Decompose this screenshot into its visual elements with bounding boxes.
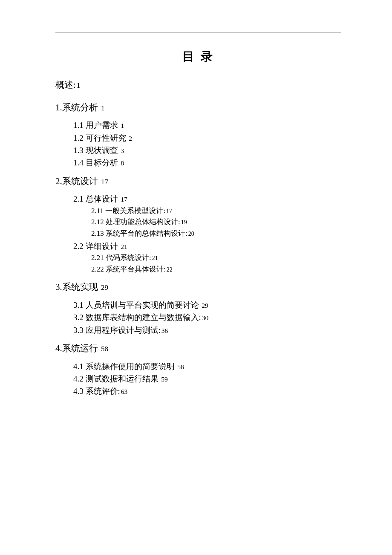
- toc-entry-label: 处理功能总体结构设计:: [106, 218, 180, 226]
- horizontal-rule: [55, 32, 341, 32]
- toc-title: 目 录: [55, 49, 341, 65]
- toc-entry-level2: 1.2 可行性研究 2: [73, 132, 341, 144]
- toc-entry-level2: 2.2 详细设计 21: [73, 240, 341, 252]
- toc-entry-label: 可行性研究: [86, 133, 126, 142]
- toc-overview: 概述:1: [55, 78, 341, 92]
- toc-entry-page: 29: [202, 302, 208, 309]
- toc-entry-page: 1: [101, 104, 105, 112]
- toc-entry-num: 2.11: [91, 207, 104, 215]
- toc-entry-level3: 2.12 处理功能总体结构设计:19: [91, 217, 341, 228]
- toc-entry-label: 概述:: [55, 80, 76, 90]
- toc-entry-page: 58: [101, 345, 108, 353]
- toc-entry-level2: 1.1 用户需求 1: [73, 119, 341, 131]
- toc-entry-label: 系统评价:: [86, 387, 120, 396]
- toc-entry-page: 2: [129, 135, 132, 142]
- toc-entry-page: 21: [152, 255, 158, 261]
- toc-entry-page: 29: [101, 283, 108, 292]
- toc-entry-level2: 2.1 总体设计 17: [73, 193, 341, 205]
- toc-entry-label: 系统设计: [62, 176, 98, 186]
- toc-section: 2.系统设计 17 2.1 总体设计 17 2.11 一般关系模型设计:17 2…: [55, 174, 341, 275]
- toc-entry-level2: 4.2 测试数据和运行结果 59: [73, 373, 341, 385]
- toc-entry-page: 20: [188, 231, 194, 237]
- toc-entry-page: 8: [121, 159, 124, 167]
- toc-entry-page: 1: [121, 122, 124, 129]
- toc-entry-num: 4.2: [73, 374, 84, 383]
- toc-entry-level2: 3.3 应用程序设计与测试:36: [73, 324, 341, 336]
- toc-entry-num: 4.: [55, 343, 62, 353]
- toc-section: 4.系统运行 58 4.1 系统操作使用的简要说明 58 4.2 测试数据和运行…: [55, 341, 341, 398]
- toc-entry-level2: 1.3 现状调查 3: [73, 144, 341, 156]
- toc-entry-level1: 1.系统分析 1: [55, 101, 341, 115]
- toc-entry-label: 系统操作使用的简要说明: [86, 362, 175, 371]
- toc-entry-num: 2.1: [73, 194, 84, 203]
- toc-entry-label: 一般关系模型设计:: [105, 207, 165, 215]
- toc-entry-label: 代码系统设计:: [106, 254, 151, 262]
- toc-entry-level2: 4.1 系统操作使用的简要说明 58: [73, 360, 341, 373]
- toc-entry-level3: 2.22 系统平台具体设计:22: [91, 264, 341, 275]
- toc-entry-num: 1.3: [73, 146, 84, 155]
- toc-entry-label: 人员培训与平台实现的简要讨论: [86, 301, 199, 309]
- toc-entry-label: 系统平台具体设计:: [106, 265, 166, 273]
- toc-entry-num: 1.1: [73, 121, 84, 130]
- toc-entry-num: 2.: [55, 176, 62, 186]
- toc-entry-label: 用户需求: [86, 121, 118, 130]
- toc-entry-num: 2.12: [91, 218, 104, 226]
- toc-entry-level3: 2.13 系统平台的总体结构设计:20: [91, 228, 341, 239]
- toc-entry-num: 2.21: [91, 254, 104, 262]
- toc-entry-page: 30: [202, 314, 209, 321]
- toc-entry-label: 详细设计: [86, 242, 118, 251]
- toc-entry-page: 19: [181, 219, 187, 225]
- toc-entry-num: 4.3: [73, 387, 84, 396]
- toc-entry-label: 总体设计: [86, 194, 118, 203]
- toc-subsection: 2.1 总体设计 17 2.11 一般关系模型设计:17 2.12 处理功能总体…: [55, 193, 341, 239]
- toc-entry-label: 目标分析: [86, 158, 118, 167]
- toc-entry-page: 3: [121, 147, 124, 154]
- toc-entry-label: 现状调查: [86, 146, 118, 155]
- toc-section: 3.系统实现 29 3.1 人员培训与平台实现的简要讨论 29 3.2 数据库表…: [55, 280, 341, 336]
- toc-entry-level2: 3.1 人员培训与平台实现的简要讨论 29: [73, 299, 341, 311]
- toc-entry-label: 测试数据和运行结果: [86, 374, 159, 383]
- toc-entry-page: 17: [121, 196, 127, 203]
- toc-entry-num: 2.22: [91, 265, 104, 273]
- toc-entry-label: 应用程序设计与测试:: [86, 326, 161, 335]
- toc-entry-level2: 3.2 数据库表结构的建立与数据输入:30: [73, 311, 341, 324]
- toc-entry-label: 数据库表结构的建立与数据输入:: [86, 313, 201, 322]
- toc-entry-num: 3.2: [73, 313, 84, 322]
- toc-entry-num: 4.1: [73, 362, 84, 371]
- toc-entry-level3: 2.21 代码系统设计:21: [91, 252, 341, 263]
- toc-entry-level1: 2.系统设计 17: [55, 174, 341, 189]
- toc-entry-num: 1.2: [73, 133, 84, 142]
- toc-entry-page: 58: [177, 363, 184, 370]
- toc-entry-level2: 1.4 目标分析 8: [73, 156, 341, 169]
- toc-entry-num: 2.13: [91, 229, 104, 237]
- toc-entry-num: 1.: [55, 102, 62, 113]
- toc-entry-num: 3.: [55, 282, 62, 292]
- toc-entry-num: 2.2: [73, 242, 84, 251]
- toc-entry-level1: 4.系统运行 58: [55, 341, 341, 356]
- toc-entry-page: 63: [121, 388, 128, 395]
- document-page: 目 录 概述:1 1.系统分析 1 1.1 用户需求 1 1.2 可行性研究 2…: [0, 0, 392, 398]
- toc-subsection: 2.2 详细设计 21 2.21 代码系统设计:21 2.22 系统平台具体设计…: [55, 240, 341, 275]
- toc-entry-page: 22: [167, 266, 173, 273]
- toc-section: 1.系统分析 1 1.1 用户需求 1 1.2 可行性研究 2 1.3 现状调查…: [55, 101, 341, 169]
- toc-entry-page: 36: [161, 327, 168, 334]
- toc-entry-label: 系统平台的总体结构设计:: [106, 229, 187, 237]
- toc-entry-page: 1: [77, 81, 81, 90]
- toc-entry-level1: 3.系统实现 29: [55, 280, 341, 295]
- toc-entry-level2: 4.3 系统评价:63: [73, 385, 341, 397]
- toc-entry-level3: 2.11 一般关系模型设计:17: [91, 205, 341, 217]
- toc-entry-page: 17: [166, 208, 172, 214]
- toc-entry-label: 系统分析: [62, 102, 98, 113]
- toc-entry-num: 1.4: [73, 158, 84, 167]
- toc-entry-page: 21: [121, 243, 127, 250]
- toc-entry-label: 系统实现: [62, 282, 98, 292]
- toc-entry-label: 系统运行: [62, 343, 98, 353]
- toc-entry-num: 3.3: [73, 326, 84, 335]
- toc-entry-page: 59: [161, 376, 168, 383]
- toc-entry-page: 17: [101, 178, 108, 186]
- toc-entry-num: 3.1: [73, 301, 84, 309]
